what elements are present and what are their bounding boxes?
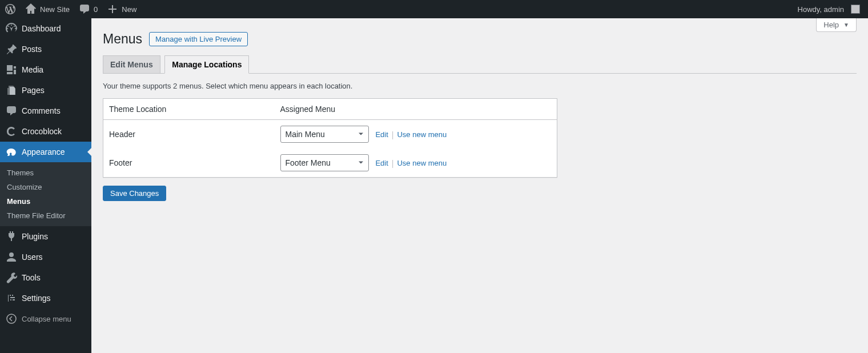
plugins-icon [6, 231, 17, 242]
collapse-menu-label: Collapse menu [22, 315, 71, 323]
svg-point-0 [7, 314, 16, 323]
sidebar-item-pages[interactable]: Pages [0, 80, 91, 101]
crocoblock-icon [6, 126, 17, 137]
sidebar-item-label: Pages [22, 86, 45, 95]
adminbar-comment-count: 0 [94, 5, 98, 14]
tab-edit-menus[interactable]: Edit Menus [103, 55, 160, 73]
sidebar-item-label: Appearance [22, 147, 65, 157]
submenu-item-theme-file-editor[interactable]: Theme File Editor [0, 208, 91, 223]
sidebar-item-tools[interactable]: Tools [0, 267, 91, 288]
adminbar-howdy: Howdy, admin [798, 5, 844, 14]
plus-icon [107, 3, 118, 15]
submenu-item-menus[interactable]: Menus [0, 194, 91, 208]
collapse-icon [6, 313, 17, 324]
use-new-menu-link[interactable]: Use new menu [397, 130, 447, 139]
content-wrap: Help ▼ Menus Manage with Live Preview Ed… [91, 18, 868, 353]
sidebar-item-label: Media [22, 65, 43, 74]
help-tab[interactable]: Help ▼ [816, 18, 857, 32]
admin-sidebar: Dashboard Posts Media Pages Comments Cro… [0, 18, 91, 353]
edit-link[interactable]: Edit [375, 130, 388, 139]
admin-bar: New Site 0 New Howdy, admin [0, 0, 868, 18]
assigned-menu-select-footer[interactable]: Footer Menu [280, 154, 369, 171]
adminbar-site-name-label: New Site [40, 5, 70, 14]
dashboard-icon [6, 23, 17, 34]
avatar [851, 5, 860, 14]
location-label: Header [103, 120, 275, 149]
comments-icon [6, 105, 17, 117]
assigned-menu-select-header[interactable]: Main Menu [280, 126, 369, 143]
adminbar-comments[interactable]: 0 [74, 0, 102, 18]
separator: | [392, 130, 394, 139]
adminbar-wp-logo[interactable] [0, 0, 21, 18]
adminbar-new[interactable]: New [102, 0, 141, 18]
wordpress-icon [5, 3, 16, 15]
sidebar-item-label: Settings [22, 294, 51, 303]
triangle-down-icon: ▼ [843, 22, 849, 28]
adminbar-new-label: New [122, 5, 136, 14]
sidebar-item-media[interactable]: Media [0, 59, 91, 80]
pages-icon [6, 85, 17, 96]
sidebar-item-label: Tools [22, 273, 41, 282]
sidebar-item-dashboard[interactable]: Dashboard [0, 18, 91, 39]
submenu-item-customize[interactable]: Customize [0, 180, 91, 194]
media-icon [6, 64, 17, 75]
collapse-menu[interactable]: Collapse menu [0, 308, 91, 329]
sidebar-item-appearance[interactable]: Appearance [0, 142, 91, 162]
location-label: Footer [103, 149, 275, 178]
use-new-menu-link[interactable]: Use new menu [397, 159, 447, 167]
sidebar-item-label: Plugins [22, 232, 48, 241]
sidebar-item-crocoblock[interactable]: Crocoblock [0, 121, 91, 142]
sidebar-item-users[interactable]: Users [0, 247, 91, 267]
submenu-item-themes[interactable]: Themes [0, 166, 91, 180]
users-icon [6, 251, 17, 263]
sidebar-item-posts[interactable]: Posts [0, 39, 91, 59]
save-changes-button[interactable]: Save Changes [103, 186, 166, 201]
sidebar-item-plugins[interactable]: Plugins [0, 226, 91, 247]
help-tab-label: Help [823, 21, 839, 29]
edit-link[interactable]: Edit [375, 159, 388, 167]
page-title: Menus [103, 31, 142, 47]
sidebar-item-settings[interactable]: Settings [0, 288, 91, 308]
sidebar-item-label: Comments [22, 106, 61, 115]
tab-manage-locations[interactable]: Manage Locations [164, 55, 249, 74]
page-description: Your theme supports 2 menus. Select whic… [103, 82, 857, 90]
appearance-icon [6, 146, 17, 158]
sidebar-item-label: Crocoblock [22, 127, 62, 136]
adminbar-account[interactable]: Howdy, admin [793, 0, 865, 18]
tools-icon [6, 272, 17, 283]
sidebar-item-label: Posts [22, 45, 42, 54]
nav-tabs: Edit Menus Manage Locations [103, 53, 857, 74]
th-theme-location: Theme Location [103, 99, 275, 120]
sidebar-item-label: Users [22, 252, 43, 262]
sidebar-item-comments[interactable]: Comments [0, 101, 91, 121]
settings-icon [6, 292, 17, 304]
home-icon [25, 3, 37, 15]
locations-table: Theme Location Assigned Menu Header Main… [103, 98, 557, 178]
adminbar-site-name[interactable]: New Site [21, 0, 74, 18]
comment-icon [79, 3, 90, 15]
table-row: Header Main Menu Edit | Use new menu [103, 120, 557, 149]
live-preview-button[interactable]: Manage with Live Preview [149, 32, 248, 46]
separator: | [392, 159, 394, 168]
sidebar-item-label: Dashboard [22, 24, 61, 33]
pin-icon [6, 43, 17, 55]
table-row: Footer Footer Menu Edit | Use new menu [103, 149, 557, 178]
sidebar-submenu-appearance: Themes Customize Menus Theme File Editor [0, 162, 91, 226]
th-assigned-menu: Assigned Menu [275, 99, 557, 120]
